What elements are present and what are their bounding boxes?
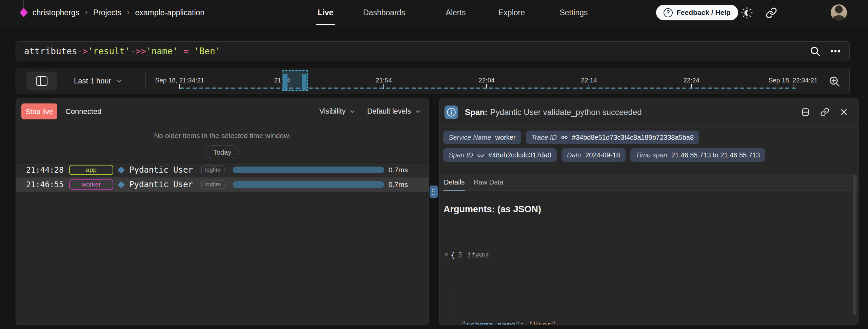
chevron-down-icon bbox=[349, 108, 356, 115]
logfire-tag: logfire bbox=[201, 166, 224, 174]
divider bbox=[16, 192, 429, 192]
divider bbox=[145, 72, 146, 90]
chevron-down-icon bbox=[116, 77, 123, 85]
tab-details[interactable]: Details bbox=[443, 174, 465, 191]
default-levels-dropdown-label: Default levels bbox=[367, 107, 411, 116]
breadcrumb-separator: › bbox=[127, 7, 130, 18]
query-token: -> bbox=[77, 46, 88, 56]
visibility-dropdown[interactable]: Visibility bbox=[319, 107, 356, 116]
share-link-button[interactable] bbox=[765, 6, 778, 20]
tab-dashboards[interactable]: Dashboards bbox=[363, 0, 405, 25]
time-range-selector[interactable]: Last 1 hour bbox=[74, 68, 123, 94]
span-name: Pydantic User bbox=[129, 177, 193, 192]
timeline-tick-label: 22:04 bbox=[478, 77, 495, 84]
log-row-selected[interactable]: 21:46:55 worker Pydantic User logfire 0.… bbox=[16, 177, 429, 192]
theme-toggle-button[interactable] bbox=[740, 6, 754, 20]
timeline-selection[interactable] bbox=[282, 70, 308, 91]
link-icon bbox=[561, 134, 568, 141]
badge-value: #48eb2cdcdc317da0 bbox=[488, 151, 551, 159]
row-timestamp: 21:44:28 bbox=[26, 163, 64, 177]
json-tree: >{5 items "schema_name": "User", "valida… bbox=[444, 220, 858, 325]
split-view-icon[interactable] bbox=[801, 108, 810, 117]
span-id-badge[interactable]: Span ID #48eb2cdcdc317da0 bbox=[443, 148, 557, 162]
span-detail-panel: Span:Pydantic User validate_python succe… bbox=[439, 98, 859, 325]
link-icon bbox=[477, 152, 484, 159]
app-window: christophergs › Projects › example-appli… bbox=[0, 0, 868, 329]
service-badge: app bbox=[69, 165, 113, 175]
tab-raw-data[interactable]: Raw Data bbox=[473, 174, 504, 191]
default-levels-dropdown[interactable]: Default levels bbox=[367, 107, 421, 116]
query-input[interactable]: attributes->'result'->>'name' = 'Ben' bbox=[16, 41, 850, 61]
timeline-zoom-button[interactable] bbox=[828, 75, 841, 88]
badge-label: Trace ID bbox=[531, 134, 557, 141]
query-token: attributes bbox=[24, 46, 77, 56]
span-detail-header: Span:Pydantic User validate_python succe… bbox=[440, 98, 858, 127]
query-token: = bbox=[178, 46, 194, 56]
query-token: 'name' bbox=[146, 46, 178, 56]
histogram-bar bbox=[283, 74, 288, 90]
duration-label: 0.7ms bbox=[389, 163, 408, 177]
json-value: "User" bbox=[529, 320, 556, 325]
tab-live[interactable]: Live bbox=[318, 0, 333, 25]
info-badge bbox=[445, 105, 458, 119]
top-nav: christophergs › Projects › example-appli… bbox=[0, 0, 868, 25]
json-comma: , bbox=[556, 320, 560, 325]
json-item-count: 5 items bbox=[458, 251, 489, 259]
breadcrumb-projects[interactable]: Projects bbox=[93, 8, 121, 17]
link-icon bbox=[766, 7, 777, 19]
search-icon[interactable] bbox=[809, 45, 821, 57]
timeline-bar: Last 1 hour Sep 18, 21:34:21 21:44 21:54… bbox=[16, 68, 850, 94]
breadcrumb-account[interactable]: christophergs bbox=[33, 8, 79, 17]
copy-link-icon[interactable] bbox=[820, 108, 829, 117]
more-options-icon[interactable] bbox=[830, 45, 841, 57]
stop-live-button[interactable]: Stop live bbox=[21, 103, 57, 119]
span-meta-row: Service Name worker Trace ID #34bd8e51d7… bbox=[440, 131, 858, 144]
trace-id-badge[interactable]: Trace ID #34bd8e51d73c3f4c8a189b72338a5b… bbox=[526, 131, 699, 144]
pydantic-logo-icon[interactable] bbox=[20, 8, 28, 17]
badge-label: Span ID bbox=[449, 151, 473, 159]
live-view-header: Stop live Connected Visibility Default l… bbox=[16, 98, 429, 125]
duration-bar bbox=[233, 181, 384, 188]
time-span-badge: Time span 21:46:55.713 to 21:46:55.713 bbox=[630, 148, 766, 162]
panel-resize-handle[interactable] bbox=[430, 186, 438, 198]
badge-label: Time span bbox=[636, 151, 667, 159]
json-root-line: >{5 items bbox=[444, 248, 858, 262]
json-level-1: "schema_name": "User", "validation_metho… bbox=[451, 290, 858, 325]
breadcrumb-separator: › bbox=[85, 7, 88, 18]
json-colon: : bbox=[520, 320, 529, 325]
tab-settings[interactable]: Settings bbox=[559, 0, 588, 25]
tab-alerts[interactable]: Alerts bbox=[446, 0, 466, 25]
scrollbar-thumb[interactable] bbox=[853, 175, 856, 315]
close-icon[interactable] bbox=[840, 108, 848, 116]
badge-value: worker bbox=[495, 134, 516, 141]
info-icon bbox=[447, 108, 456, 117]
span-name: Pydantic User bbox=[129, 163, 193, 177]
pydantic-diamond-icon bbox=[118, 167, 125, 174]
json-key: "schema_name" bbox=[461, 320, 520, 325]
json-entry: "schema_name": "User", bbox=[461, 317, 858, 325]
span-type-label: Span: bbox=[465, 108, 488, 117]
connection-status: Connected bbox=[65, 107, 101, 116]
question-circle-icon: ? bbox=[664, 8, 673, 17]
badge-value: 2024-09-18 bbox=[585, 151, 620, 159]
visibility-dropdown-label: Visibility bbox=[319, 107, 346, 116]
user-avatar[interactable] bbox=[831, 4, 847, 21]
timeline-track[interactable] bbox=[180, 88, 796, 89]
logfire-tag: logfire bbox=[201, 180, 224, 189]
date-badge: Date 2024-09-18 bbox=[561, 148, 626, 162]
collapse-caret-icon[interactable]: > bbox=[439, 253, 453, 258]
duration-bar bbox=[233, 167, 384, 173]
breadcrumb: christophergs › Projects › example-appli… bbox=[33, 0, 204, 25]
service-badge: worker bbox=[69, 179, 113, 190]
badge-value: #34bd8e51d73c3f4c8a189b72338a5ba8 bbox=[572, 134, 694, 141]
sidebar-toggle-button[interactable] bbox=[26, 72, 57, 91]
tab-explore[interactable]: Explore bbox=[498, 0, 525, 25]
timeline-tick-label: 22:24 bbox=[683, 77, 699, 84]
badge-label: Date bbox=[567, 151, 581, 159]
log-row[interactable]: 21:44:28 app Pydantic User logfire 0.7ms bbox=[16, 162, 429, 177]
feedback-help-button[interactable]: ? Feedback / Help bbox=[656, 5, 738, 20]
breadcrumb-project-name[interactable]: example-application bbox=[135, 8, 205, 17]
today-button[interactable]: Today bbox=[205, 146, 239, 159]
span-title: Span:Pydantic User validate_python succe… bbox=[465, 108, 642, 117]
query-token: ->> bbox=[130, 46, 146, 56]
